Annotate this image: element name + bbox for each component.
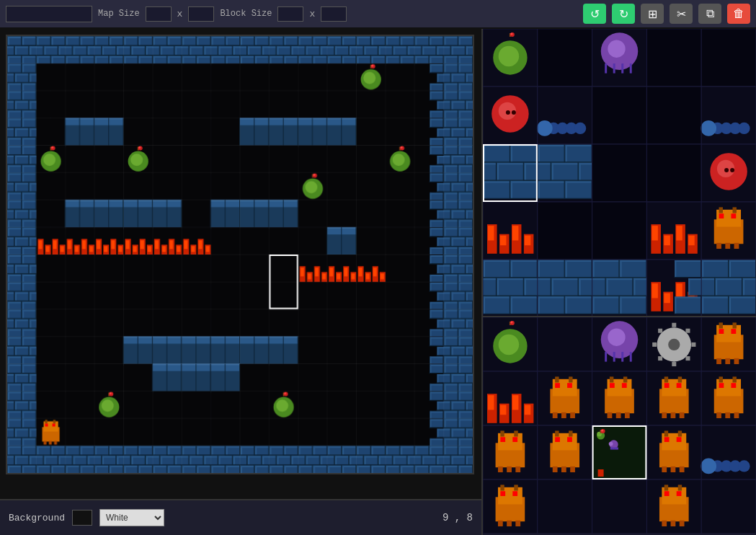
map-width-input[interactable]: 16 — [146, 6, 172, 22]
main-layout: Background White Black Gray 9 , 8 — [0, 29, 756, 535]
delete-button[interactable]: 🗑 — [727, 4, 750, 24]
coordinates-display: 9 , 8 — [443, 512, 473, 523]
redo-button[interactable]: ↻ — [612, 4, 635, 24]
undo-button[interactable]: ↺ — [583, 4, 606, 24]
background-label: Background — [9, 513, 65, 523]
tile-palette-bottom[interactable] — [483, 317, 756, 535]
background-color-select[interactable]: White Black Gray — [99, 509, 164, 526]
right-panel — [483, 29, 756, 535]
map-canvas[interactable] — [6, 35, 474, 474]
background-color-swatch[interactable] — [72, 510, 92, 526]
tile-palette-top[interactable] — [483, 29, 756, 317]
block-width-input[interactable]: 8 — [277, 6, 303, 22]
block-x-separator: x — [309, 9, 315, 19]
copy-all-button[interactable]: ⊞ — [641, 4, 664, 24]
bottom-bar: Background White Black Gray 9 , 8 — [0, 499, 481, 535]
toolbar: map3 Map Size 16 x 16 Block Size 8 x 8 ↺… — [0, 0, 756, 29]
block-height-input[interactable]: 8 — [321, 6, 347, 22]
block-size-label: Block Size — [220, 9, 272, 19]
palette-bottom-canvas[interactable] — [483, 317, 756, 534]
palette-top-canvas[interactable] — [483, 29, 756, 317]
map-x-separator: x — [177, 9, 183, 19]
map-height-input[interactable]: 16 — [188, 6, 214, 22]
map-size-label: Map Size — [98, 9, 140, 19]
map-panel: Background White Black Gray 9 , 8 — [0, 29, 483, 535]
paste-button[interactable]: ⧉ — [698, 4, 721, 24]
map-name-input[interactable]: map3 — [6, 6, 92, 22]
cut-button[interactable]: ✂ — [670, 4, 693, 24]
map-canvas-wrap[interactable] — [0, 29, 481, 499]
